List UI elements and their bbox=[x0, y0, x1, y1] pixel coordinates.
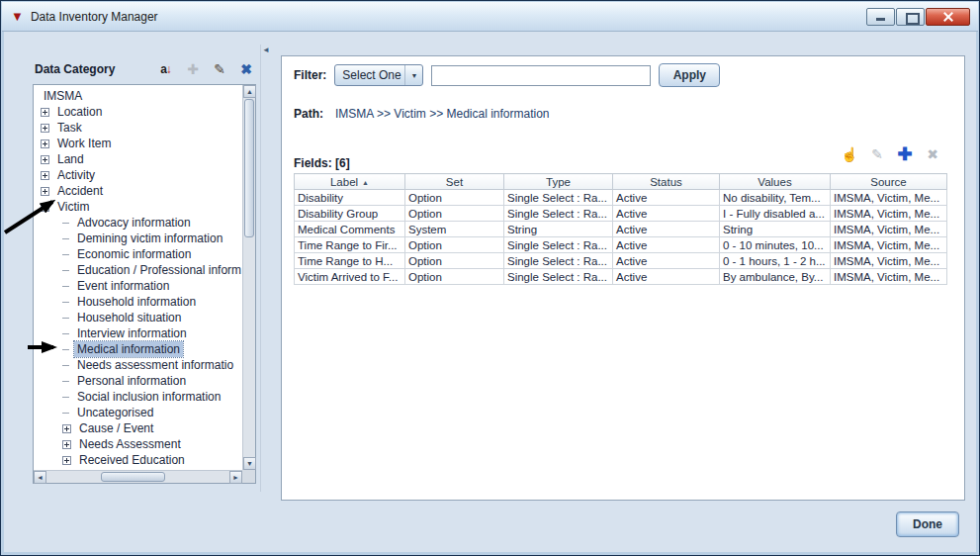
scroll-down-icon[interactable]: ▼ bbox=[243, 457, 256, 470]
column-header-type[interactable]: Type bbox=[504, 174, 613, 190]
tree-view: IMSMA Location Task Work Item Land Activ… bbox=[35, 86, 241, 469]
tree-item-interview-information[interactable]: Interview information bbox=[35, 325, 241, 341]
expand-icon[interactable] bbox=[62, 424, 71, 433]
scroll-right-icon[interactable]: ► bbox=[229, 471, 242, 484]
tree-item-personal-information[interactable]: Personal information bbox=[35, 373, 241, 389]
tree-item-demining-victim-information[interactable]: Demining victim information bbox=[35, 231, 241, 246]
sort-icon[interactable]: a↓ bbox=[156, 60, 176, 78]
tree-item-needs-assessment[interactable]: Needs Assessment bbox=[35, 436, 241, 452]
filter-row: Filter: Select One ▼ Apply bbox=[294, 63, 720, 87]
table-row-time-range-hospital[interactable]: Time Range to H... Option Single Select … bbox=[295, 253, 947, 269]
cell: Single Select : Ra... bbox=[504, 237, 613, 253]
splitter-collapse-icon[interactable]: ◄ bbox=[262, 46, 270, 54]
tree-item-household-information[interactable]: Household information bbox=[35, 294, 241, 310]
expand-icon[interactable] bbox=[41, 108, 49, 117]
tree-vertical-scrollbar: ▲ ▼ bbox=[242, 85, 255, 470]
expand-icon[interactable] bbox=[41, 155, 49, 164]
delete-category-icon[interactable]: ✖ bbox=[236, 60, 256, 78]
cell: I - Fully disabled a... bbox=[720, 206, 831, 222]
tree-leaf-icon bbox=[62, 349, 69, 350]
tree-item-advocacy-information[interactable]: Advocacy information bbox=[35, 215, 241, 231]
fields-toolbar: ☝ ✎ ✚ ✖ bbox=[840, 145, 942, 163]
edit-category-icon[interactable]: ✎ bbox=[210, 60, 229, 78]
expand-icon[interactable] bbox=[41, 171, 49, 180]
apply-button[interactable]: Apply bbox=[659, 63, 720, 87]
path-label: Path: bbox=[294, 107, 335, 121]
panel-splitter[interactable]: ◄ bbox=[260, 45, 271, 492]
tree-item-uncategorised[interactable]: Uncategorised bbox=[35, 405, 241, 420]
tree-item-victim[interactable]: Victim bbox=[35, 199, 241, 215]
minimize-button[interactable] bbox=[866, 8, 895, 26]
expand-icon[interactable] bbox=[62, 456, 71, 465]
tree-item-accident[interactable]: Accident bbox=[35, 183, 241, 199]
cell: 0 - 10 minutes, 10... bbox=[720, 237, 831, 253]
horizontal-scroll-thumb[interactable] bbox=[101, 472, 165, 482]
cell: Active bbox=[613, 190, 720, 206]
tree-leaf-icon bbox=[62, 381, 69, 382]
cell: IMSMA, Victim, Me... bbox=[831, 222, 947, 237]
column-header-status[interactable]: Status bbox=[613, 174, 720, 190]
cell: Active bbox=[613, 206, 720, 222]
filter-input[interactable] bbox=[431, 65, 651, 86]
tree-item-event-information[interactable]: Event information bbox=[35, 278, 241, 294]
tree-item-education-professional-information[interactable]: Education / Professional inform bbox=[35, 262, 241, 278]
expand-icon[interactable] bbox=[41, 139, 49, 148]
cell: Time Range to H... bbox=[295, 253, 405, 269]
column-header-label[interactable]: Label▲ bbox=[295, 174, 405, 190]
table-row-victim-arrived[interactable]: Victim Arrived to F... Option Single Sel… bbox=[295, 269, 947, 285]
column-header-values[interactable]: Values bbox=[720, 174, 831, 190]
tree-item-imsma[interactable]: IMSMA bbox=[35, 88, 241, 104]
scroll-left-icon[interactable]: ◄ bbox=[34, 471, 46, 484]
chevron-down-icon[interactable]: ▼ bbox=[404, 65, 422, 85]
cell: By ambulance, By... bbox=[720, 269, 831, 285]
tree-item-location[interactable]: Location bbox=[35, 104, 241, 120]
cell: Active bbox=[613, 253, 720, 269]
tree-item-social-inclusion-information[interactable]: Social inclusion information bbox=[35, 389, 241, 405]
tree-item-medical-information[interactable]: Medical information bbox=[35, 341, 241, 357]
maximize-button[interactable] bbox=[896, 8, 925, 26]
tree-item-needs-assessment-information[interactable]: Needs assessment informatio bbox=[35, 357, 241, 373]
cell: Option bbox=[405, 206, 504, 222]
cell: Single Select : Ra... bbox=[504, 206, 613, 222]
table-row-time-range-first-aid[interactable]: Time Range to Fir... Option Single Selec… bbox=[295, 237, 947, 253]
tree-item-task[interactable]: Task bbox=[35, 120, 241, 136]
tree-item-activity[interactable]: Activity bbox=[35, 167, 241, 183]
tree-toolbar: a↓ ✚ ✎ ✖ bbox=[156, 60, 256, 78]
cell: 0 - 1 hours, 1 - 2 h... bbox=[720, 253, 831, 269]
tree-item-household-situation[interactable]: Household situation bbox=[35, 310, 241, 325]
expand-icon[interactable] bbox=[41, 124, 49, 133]
tree-leaf-icon bbox=[62, 333, 69, 334]
add-field-icon[interactable]: ✚ bbox=[895, 145, 915, 163]
collapse-icon[interactable] bbox=[41, 203, 49, 212]
vertical-scroll-thumb[interactable] bbox=[244, 99, 254, 237]
tree-item-economic-information[interactable]: Economic information bbox=[35, 246, 241, 262]
filter-dropdown-value: Select One bbox=[342, 68, 401, 82]
cell: Time Range to Fir... bbox=[295, 237, 405, 253]
expand-icon[interactable] bbox=[41, 187, 49, 196]
tree-item-cause-event[interactable]: Cause / Event bbox=[35, 420, 241, 436]
table-row-medical-comments[interactable]: Medical Comments System String Active St… bbox=[295, 222, 947, 237]
tree-item-land[interactable]: Land bbox=[35, 151, 241, 167]
close-button[interactable] bbox=[926, 8, 970, 26]
cell: String bbox=[504, 222, 613, 237]
window-title: Data Inventory Manager bbox=[31, 10, 158, 24]
titlebar[interactable]: ▼ Data Inventory Manager bbox=[2, 2, 978, 32]
expand-icon[interactable] bbox=[62, 440, 71, 449]
filter-dropdown[interactable]: Select One ▼ bbox=[334, 64, 423, 86]
column-header-set[interactable]: Set bbox=[405, 174, 504, 190]
scroll-up-icon[interactable]: ▲ bbox=[243, 85, 256, 98]
tree-item-received-education[interactable]: Received Education bbox=[35, 452, 241, 468]
assign-hand-icon: ☝ bbox=[840, 145, 859, 163]
cell: Disability bbox=[295, 190, 405, 206]
tree-leaf-icon bbox=[62, 254, 69, 255]
column-header-source[interactable]: Source bbox=[831, 174, 947, 190]
tree-leaf-icon bbox=[62, 397, 69, 398]
tree-item-work-item[interactable]: Work Item bbox=[35, 136, 241, 151]
table-row-disability-group[interactable]: Disability Group Option Single Select : … bbox=[295, 206, 947, 222]
cell: Single Select : Ra... bbox=[504, 253, 613, 269]
cell: System bbox=[405, 222, 504, 237]
done-button[interactable]: Done bbox=[896, 511, 959, 537]
scrollbar-corner bbox=[242, 470, 255, 483]
cell: No disability, Tem... bbox=[720, 190, 831, 206]
table-row-disability[interactable]: Disability Option Single Select : Ra... … bbox=[295, 190, 947, 206]
